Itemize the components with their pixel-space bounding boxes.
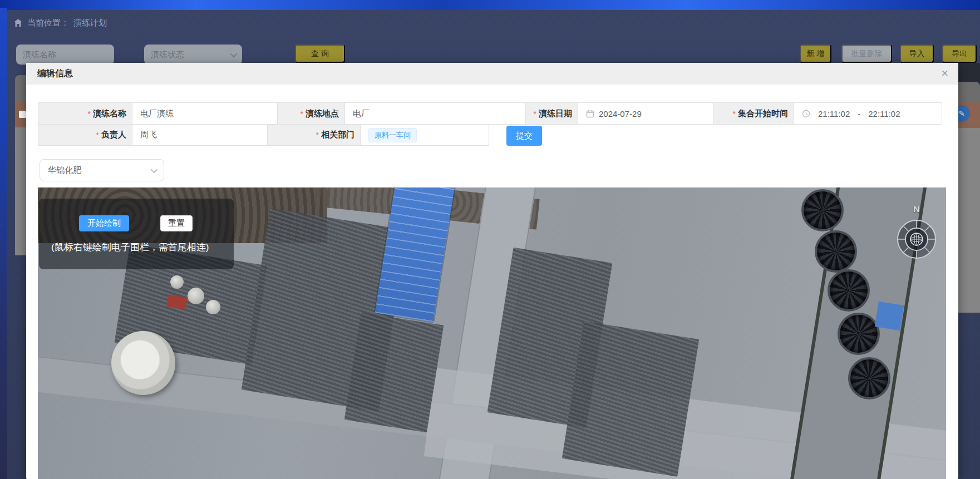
chevron-down-icon [230, 50, 238, 57]
form-row-2: * 负责人 周飞 * 相关部门 原料一车间 [38, 124, 489, 146]
drill-status-placeholder: 演练状态 [151, 50, 184, 60]
departments-label: * 相关部门 [267, 124, 361, 146]
drill-name-label-text: 演练名称 [93, 108, 126, 119]
background-table-right-edge: ✎ [958, 63, 980, 313]
plant-select[interactable]: 华锦化肥 [40, 159, 164, 181]
import-button[interactable]: 导入 [900, 45, 934, 63]
drill-location-field[interactable]: 电厂 [344, 102, 526, 125]
form-row-1: * 演练名称 电厂演练 * 演练地点 电厂 * 演练日期 2024-07-29 … [38, 102, 942, 125]
map-cooling-fan [848, 357, 890, 399]
drill-date-label-text: 演练日期 [539, 108, 572, 119]
map-storage-tank [111, 331, 175, 395]
background-table-body [958, 128, 980, 313]
compass-icon[interactable] [896, 219, 937, 260]
plant-select-value: 华锦化肥 [48, 165, 81, 176]
calendar-icon [586, 110, 594, 118]
departments-field[interactable]: 原料一车间 [360, 124, 489, 146]
compass-north-label: N [896, 204, 937, 214]
required-mark: * [96, 130, 99, 140]
draw-tools-panel: 开始绘制 重置 (鼠标右键绘制电子围栏，需首尾相连) [39, 199, 234, 269]
draw-hint-text: (鼠标右键绘制电子围栏，需首尾相连) [51, 241, 209, 254]
assembly-time-label-text: 集合开始时间 [738, 108, 788, 119]
background-selected-row [15, 102, 26, 127]
row-checkbox[interactable] [19, 111, 26, 118]
assembly-time-label: * 集合开始时间 [713, 102, 794, 125]
drill-name-label: * 演练名称 [38, 102, 132, 125]
required-mark: * [533, 109, 536, 118]
map-sphere-tank [188, 288, 204, 304]
breadcrumb-label: 当前位置： [27, 18, 69, 28]
time-start-value: 21:11:02 [818, 109, 850, 118]
edit-info-modal: 编辑信息 × * 演练名称 电厂演练 * 演练地点 电厂 * 演练日期 [26, 63, 958, 479]
background-selected-row: ✎ [958, 102, 980, 128]
map-blue-structure [875, 302, 904, 331]
map-cooling-fan [838, 313, 880, 355]
required-mark: * [87, 109, 91, 118]
submit-button[interactable]: 提交 [506, 126, 542, 146]
screen: 当前位置： 演练计划 演练名称 演练状态 查 询 新 增 批量删除 导入 导出 … [0, 0, 980, 479]
export-button[interactable]: 导出 [942, 45, 977, 63]
drill-location-label: * 演练地点 [277, 102, 345, 125]
fence-drawing-map[interactable]: 开始绘制 重置 (鼠标右键绘制电子围栏，需首尾相连) N [38, 187, 946, 479]
departments-label-text: 相关部门 [321, 130, 354, 140]
leader-field[interactable]: 周飞 [132, 124, 268, 146]
background-table-left-edge [7, 75, 26, 259]
map-sphere-tank [170, 275, 184, 289]
drill-name-field[interactable]: 电厂演练 [132, 102, 278, 125]
department-tag[interactable]: 原料一车间 [368, 128, 417, 142]
batch-delete-button[interactable]: 批量删除 [841, 45, 892, 63]
top-gradient-bar [0, 0, 980, 10]
leader-label-text: 负责人 [101, 130, 126, 140]
drill-status-select[interactable]: 演练状态 [144, 45, 242, 65]
time-end-value: 22:11:02 [868, 109, 900, 118]
map-pipe-rack [344, 312, 444, 432]
breadcrumb-current: 演练计划 [73, 18, 107, 28]
close-icon[interactable]: × [941, 66, 948, 81]
background-table-body [15, 127, 26, 255]
reset-button[interactable]: 重置 [160, 215, 193, 231]
breadcrumb: 当前位置： 演练计划 [13, 17, 107, 29]
background-table-header [15, 75, 26, 102]
map-pipe-rack [562, 321, 700, 477]
edit-row-button[interactable]: ✎ [958, 105, 970, 122]
left-accent-strip [0, 8, 7, 479]
home-icon [13, 18, 23, 27]
drill-date-value: 2024-07-29 [599, 109, 642, 118]
add-button[interactable]: 新 增 [800, 45, 831, 63]
search-button[interactable]: 查 询 [295, 45, 345, 63]
drill-date-field[interactable]: 2024-07-29 [578, 102, 714, 125]
chevron-down-icon [151, 166, 158, 173]
assembly-time-field[interactable]: 21:11:02 - 22:11:02 [794, 102, 942, 125]
map-cooling-fan [801, 189, 844, 231]
modal-title: 编辑信息 [37, 68, 73, 80]
pencil-icon: ✎ [958, 109, 965, 118]
drill-date-label: * 演练日期 [525, 102, 578, 125]
start-draw-button[interactable]: 开始绘制 [79, 215, 129, 231]
drill-location-label-text: 演练地点 [306, 108, 339, 119]
drill-name-input[interactable]: 演练名称 [16, 45, 114, 65]
required-mark: * [316, 130, 319, 140]
leader-label: * 负责人 [38, 124, 132, 146]
clock-icon [802, 110, 810, 118]
required-mark: * [732, 109, 736, 118]
time-separator: - [858, 109, 860, 118]
map-cooling-fan [828, 269, 870, 312]
background-table-header [958, 82, 980, 102]
modal-header: 编辑信息 × [26, 63, 958, 85]
map-cooling-fan [815, 230, 857, 273]
required-mark: * [300, 109, 303, 118]
map-sphere-tank [206, 300, 220, 314]
